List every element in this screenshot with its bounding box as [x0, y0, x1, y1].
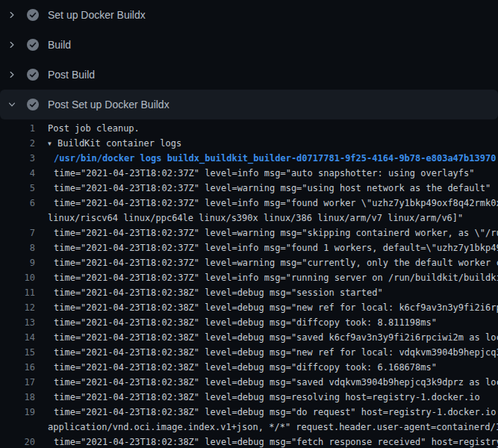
log-row: 8 time="2021-04-23T18:02:37Z" level=info… [0, 240, 498, 255]
step-title: Post Build [48, 69, 95, 81]
log-line-text: time="2021-04-23T18:02:38Z" level=debug … [54, 345, 498, 360]
log-line-body: time="2021-04-23T18:02:37Z" level=warnin… [54, 183, 491, 193]
line-number[interactable]: 12 [0, 300, 35, 315]
log-line-text: time="2021-04-23T18:02:37Z" level=warnin… [54, 255, 498, 270]
line-number[interactable]: 8 [0, 240, 35, 255]
line-number[interactable]: 4 [0, 166, 35, 181]
log-row: 1 Post job cleanup. [0, 121, 498, 136]
log-row: 20 time="2021-04-23T18:02:38Z" level=deb… [0, 435, 498, 448]
step-title: Build [48, 39, 71, 51]
chevron-icon[interactable] [6, 99, 18, 111]
chevron-icon[interactable] [6, 9, 18, 21]
step-row-post-build[interactable]: Post Build [0, 60, 498, 90]
log-line-body: time="2021-04-23T18:02:38Z" level=debug … [54, 377, 498, 388]
log-row: application/vnd.oci.image.index.v1+json,… [0, 420, 498, 435]
log-line-text: time="2021-04-23T18:02:38Z" level=debug … [54, 285, 383, 300]
line-number[interactable]: 7 [0, 225, 35, 240]
line-number[interactable]: 9 [0, 255, 35, 270]
log-row: 10 time="2021-04-23T18:02:37Z" level=inf… [0, 270, 498, 285]
log-rows: 1 Post job cleanup. 2 ▼BuildKit containe… [0, 121, 498, 448]
log-line-body: time="2021-04-23T18:02:38Z" level=debug … [54, 287, 383, 298]
log-line-text: time="2021-04-23T18:02:37Z" level=info m… [54, 166, 475, 181]
log-line-body: time="2021-04-23T18:02:38Z" level=debug … [54, 302, 498, 313]
line-number[interactable]: 6 [0, 196, 35, 211]
step-title: Set up Docker Buildx [48, 9, 146, 21]
line-number[interactable]: 20 [0, 435, 35, 448]
log-row: 18 time="2021-04-23T18:02:38Z" level=deb… [0, 390, 498, 405]
line-number[interactable]: 15 [0, 345, 35, 360]
log-line-text: time="2021-04-23T18:02:38Z" level=debug … [54, 375, 498, 390]
log-line-text: time="2021-04-23T18:02:37Z" level=info m… [54, 196, 498, 211]
step-row-set-up-docker-buildx[interactable]: Set up Docker Buildx [0, 0, 498, 30]
step-title: Post Set up Docker Buildx [48, 99, 169, 111]
line-number[interactable]: 18 [0, 390, 35, 405]
line-number[interactable] [0, 211, 35, 225]
log-line-body: time="2021-04-23T18:02:38Z" level=debug … [54, 437, 498, 447]
log-line-text: time="2021-04-23T18:02:38Z" level=debug … [54, 315, 437, 330]
check-circle-icon [27, 69, 39, 81]
line-number[interactable]: 10 [0, 270, 35, 285]
line-number[interactable]: 14 [0, 330, 35, 345]
log-line-body: time="2021-04-23T18:02:38Z" level=debug … [54, 407, 498, 417]
log-line-body: time="2021-04-23T18:02:37Z" level=info m… [54, 198, 498, 208]
log-line-text: time="2021-04-23T18:02:38Z" level=debug … [54, 390, 480, 405]
log-line-text: /usr/bin/docker logs buildx_buildkit_bui… [54, 151, 496, 166]
log-line-body: time="2021-04-23T18:02:37Z" level=warnin… [54, 228, 498, 238]
log-line-text: application/vnd.oci.image.index.v1+json,… [48, 420, 498, 435]
line-number[interactable] [0, 420, 35, 435]
log-line-text: time="2021-04-23T18:02:38Z" level=debug … [54, 405, 498, 420]
log-line-body: time="2021-04-23T18:02:37Z" level=warnin… [54, 258, 498, 268]
log-line-body: /usr/bin/docker logs buildx_buildkit_bui… [54, 153, 496, 164]
line-number[interactable]: 19 [0, 405, 35, 420]
log-line-text: time="2021-04-23T18:02:37Z" level=info m… [54, 270, 498, 285]
log-line-text: time="2021-04-23T18:02:38Z" level=debug … [54, 360, 437, 375]
chevron-icon[interactable] [6, 69, 18, 81]
log-line-body: time="2021-04-23T18:02:37Z" level=info m… [54, 168, 475, 178]
log-row: 15 time="2021-04-23T18:02:38Z" level=deb… [0, 345, 498, 360]
step-row-build[interactable]: Build [0, 30, 498, 60]
log-line-text: linux/riscv64 linux/ppc64le linux/s390x … [48, 211, 463, 225]
log-row: 5 time="2021-04-23T18:02:37Z" level=warn… [0, 181, 498, 196]
log-line-text: time="2021-04-23T18:02:37Z" level=info m… [54, 240, 498, 255]
log-row: 12 time="2021-04-23T18:02:38Z" level=deb… [0, 300, 498, 315]
log-row[interactable]: 2 ▼BuildKit container logs [0, 136, 498, 151]
log-line-body: time="2021-04-23T18:02:37Z" level=info m… [54, 243, 498, 253]
line-number[interactable]: 3 [0, 151, 35, 166]
log-row: 11 time="2021-04-23T18:02:38Z" level=deb… [0, 285, 498, 300]
line-number[interactable]: 5 [0, 181, 35, 196]
log-viewer: 1 Post job cleanup. 2 ▼BuildKit containe… [0, 121, 498, 448]
log-row: 7 time="2021-04-23T18:02:37Z" level=warn… [0, 225, 498, 240]
line-number[interactable]: 2 [0, 136, 35, 151]
log-line-body: linux/riscv64 linux/ppc64le linux/s390x … [48, 213, 463, 223]
log-line-body: application/vnd.oci.image.index.v1+json,… [48, 422, 498, 432]
log-row: 19 time="2021-04-23T18:02:38Z" level=deb… [0, 405, 498, 420]
log-row: linux/riscv64 linux/ppc64le linux/s390x … [0, 211, 498, 225]
log-line-text: time="2021-04-23T18:02:38Z" level=debug … [54, 435, 498, 448]
log-line-body: time="2021-04-23T18:02:38Z" level=debug … [54, 317, 437, 328]
group-expand-triangle-icon[interactable]: ▼ [48, 137, 57, 151]
log-line-text: time="2021-04-23T18:02:37Z" level=warnin… [54, 181, 491, 196]
log-line-body: time="2021-04-23T18:02:37Z" level=info m… [54, 273, 498, 283]
log-line-text: time="2021-04-23T18:02:38Z" level=debug … [54, 330, 498, 345]
line-number[interactable]: 16 [0, 360, 35, 375]
steps-list: Set up Docker Buildx Build P [0, 0, 498, 119]
chevron-icon[interactable] [6, 39, 18, 51]
log-line-body: BuildKit container logs [57, 138, 181, 149]
log-row: 16 time="2021-04-23T18:02:38Z" level=deb… [0, 360, 498, 375]
check-circle-icon [27, 39, 39, 51]
line-number[interactable]: 1 [0, 121, 35, 136]
log-row: 17 time="2021-04-23T18:02:38Z" level=deb… [0, 375, 498, 390]
log-line-body: time="2021-04-23T18:02:38Z" level=debug … [54, 362, 437, 373]
line-number[interactable]: 11 [0, 285, 35, 300]
log-line-body: Post job cleanup. [48, 123, 140, 134]
line-number[interactable]: 13 [0, 315, 35, 330]
log-row: 4 time="2021-04-23T18:02:37Z" level=info… [0, 166, 498, 181]
log-line-body: time="2021-04-23T18:02:38Z" level=debug … [54, 347, 498, 358]
line-number[interactable]: 17 [0, 375, 35, 390]
step-row-post-set-up-docker-buildx[interactable]: Post Set up Docker Buildx [0, 90, 498, 119]
log-line-text: time="2021-04-23T18:02:38Z" level=debug … [54, 300, 498, 315]
log-line-text: time="2021-04-23T18:02:37Z" level=warnin… [54, 225, 498, 240]
log-row: 3 /usr/bin/docker logs buildx_buildkit_b… [0, 151, 498, 166]
log-line-body: time="2021-04-23T18:02:38Z" level=debug … [54, 392, 480, 402]
log-row: 9 time="2021-04-23T18:02:37Z" level=warn… [0, 255, 498, 270]
